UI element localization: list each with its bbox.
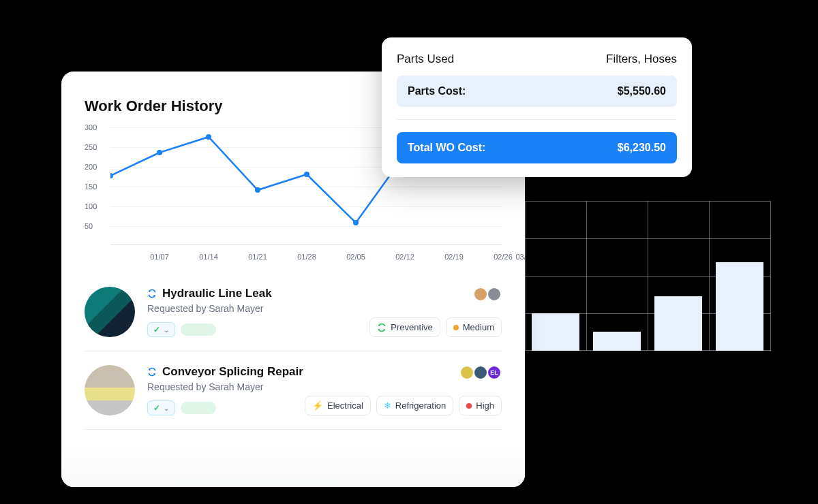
avatar bbox=[459, 365, 474, 380]
work-order-thumbnail bbox=[85, 287, 135, 337]
check-icon: ✓ bbox=[153, 325, 160, 334]
badge-label: Medium bbox=[463, 322, 494, 332]
ytick: 250 bbox=[85, 143, 97, 151]
chevron-down-icon: ⌄ bbox=[164, 326, 169, 334]
work-order-requester: Requested by Sarah Mayer bbox=[147, 381, 502, 392]
badge-label: Preventive bbox=[391, 322, 432, 332]
ytick: 200 bbox=[85, 163, 97, 171]
parts-cost-row: Parts Cost: $5,550.60 bbox=[397, 76, 677, 107]
work-order-requester: Requested by Sarah Mayer bbox=[147, 303, 502, 314]
work-order-title: Hydraulic Line Leak bbox=[162, 287, 272, 300]
svg-point-4 bbox=[304, 172, 309, 177]
cycle-green-icon bbox=[377, 323, 387, 332]
assignee-stack[interactable] bbox=[477, 287, 502, 302]
status-chip[interactable]: ✓ ⌄ bbox=[147, 322, 175, 337]
xtick: 02/19 bbox=[444, 253, 464, 261]
work-order-row[interactable]: Conveyor Splicing Repair Requested by Sa… bbox=[85, 351, 502, 430]
priority-badge[interactable]: High bbox=[459, 396, 502, 415]
work-order-thumbnail bbox=[85, 365, 135, 415]
avatar bbox=[487, 287, 502, 302]
total-cost-row: Total WO Cost: $6,230.50 bbox=[397, 132, 677, 163]
avatar bbox=[473, 287, 488, 302]
snowflake-icon: ❄ bbox=[384, 400, 391, 411]
xtick: 02/05 bbox=[346, 253, 365, 261]
placeholder-pill bbox=[181, 402, 216, 414]
chevron-down-icon: ⌄ bbox=[164, 405, 169, 412]
avatar bbox=[473, 365, 488, 380]
xtick: 01/21 bbox=[248, 253, 267, 261]
type-badge[interactable]: ❄ Refrigeration bbox=[376, 396, 453, 415]
total-cost-label: Total WO Cost: bbox=[408, 142, 485, 154]
xtick: 02/12 bbox=[395, 253, 414, 261]
assignee-stack[interactable]: EL bbox=[464, 365, 502, 380]
status-chip[interactable]: ✓ ⌄ bbox=[147, 400, 175, 415]
divider bbox=[397, 119, 677, 120]
bolt-icon: ⚡ bbox=[312, 400, 323, 411]
svg-point-1 bbox=[157, 150, 162, 155]
work-order-row[interactable]: Hydraulic Line Leak Requested by Sarah M… bbox=[85, 273, 502, 351]
badge-label: High bbox=[476, 400, 494, 411]
cost-summary-popover: Parts Used Filters, Hoses Parts Cost: $5… bbox=[382, 37, 692, 177]
total-cost-value: $6,230.50 bbox=[618, 142, 666, 154]
ytick: 50 bbox=[85, 222, 93, 230]
parts-cost-value: $5,550.60 bbox=[618, 85, 666, 97]
type-badge[interactable]: ⚡ Electrical bbox=[305, 396, 371, 415]
work-order-title: Conveyor Splicing Repair bbox=[162, 365, 303, 379]
parts-used-label: Parts Used bbox=[397, 52, 454, 66]
xtick: 01/28 bbox=[297, 253, 316, 261]
cycle-icon bbox=[147, 289, 157, 298]
svg-point-3 bbox=[255, 187, 260, 193]
xtick: 01/14 bbox=[199, 253, 218, 261]
priority-badge[interactable]: Medium bbox=[446, 317, 502, 337]
svg-point-2 bbox=[206, 134, 211, 140]
ytick: 300 bbox=[85, 123, 97, 131]
badge-label: Electrical bbox=[327, 400, 363, 411]
xtick: 03/06 bbox=[515, 253, 525, 261]
priority-dot-icon bbox=[453, 325, 459, 330]
check-icon: ✓ bbox=[153, 403, 160, 413]
ytick: 150 bbox=[85, 183, 97, 191]
badge-label: Refrigeration bbox=[395, 400, 446, 411]
avatar-initials: EL bbox=[487, 365, 502, 380]
type-badge[interactable]: Preventive bbox=[369, 317, 440, 337]
parts-used-value: Filters, Hoses bbox=[606, 52, 677, 66]
xtick: 01/07 bbox=[150, 253, 169, 261]
xtick: 02/26 bbox=[494, 253, 513, 261]
background-bar-chart bbox=[525, 201, 770, 351]
parts-cost-label: Parts Cost: bbox=[408, 85, 466, 97]
svg-point-5 bbox=[353, 220, 359, 225]
ytick: 100 bbox=[85, 202, 97, 210]
placeholder-pill bbox=[181, 324, 216, 336]
cycle-icon bbox=[147, 367, 157, 377]
priority-dot-icon bbox=[466, 403, 472, 409]
